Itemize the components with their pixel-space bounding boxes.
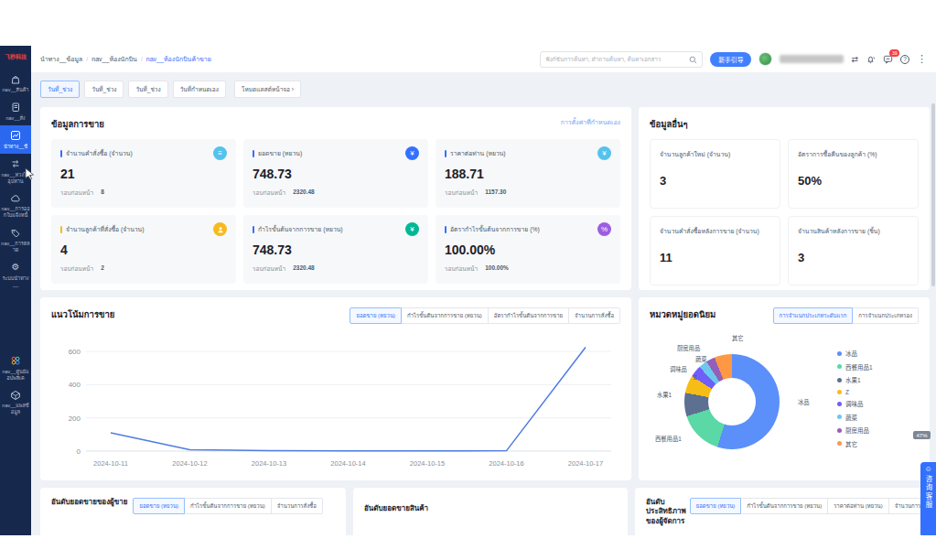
metric-card-sales-amount: ยอดขาย (หยวน)¥ 748.73 รอบก่อนหน้า2320.48 <box>243 139 428 208</box>
label-accent-bar <box>60 226 62 233</box>
metric-label: จำนวนสินค้าหลังการขาย (ชิ้น) <box>798 226 909 236</box>
metric-value: 188.71 <box>445 167 611 181</box>
sidebar-item-products[interactable]: nav__สินค้า <box>0 69 31 97</box>
sidebar-item-system[interactable]: ⚙ ระบบนำทาง__ <box>0 257 31 292</box>
trend-metric-order-count-button[interactable]: จำนวนการสั่งซื้อ <box>569 307 620 324</box>
tab-date-range-2[interactable]: วันที่_ช่วง <box>84 81 124 98</box>
legend-item[interactable]: 冰品 <box>837 349 873 358</box>
person-icon <box>213 222 227 236</box>
seller-sales-button[interactable]: ยอดขาย (หยวน) <box>133 498 185 514</box>
manager-gross-profit-button[interactable]: กำไรขั้นต้นจากการขาย (หยวน) <box>741 498 828 514</box>
tab-date-range-3[interactable]: วันที่_ช่วง <box>128 81 167 98</box>
x-tick-label: 2024-10-14 <box>330 459 365 468</box>
category-primary-button[interactable]: การจำแนกประเภทระดับแรก <box>773 307 854 324</box>
legend-item[interactable]: 厨房用品 <box>837 425 873 435</box>
username-redacted <box>780 55 844 63</box>
sidebar-item-orders[interactable]: nav__สั่ง <box>0 97 31 125</box>
search-box[interactable] <box>540 51 703 68</box>
message-count-badge: 39 <box>889 49 899 57</box>
legend-dot <box>837 378 842 382</box>
manager-price-per-person-button[interactable]: ราคาต่อท่าน (หยวน) <box>828 498 889 514</box>
metric-value: 748.73 <box>253 242 419 257</box>
app-window: 飞秒科技 nav__สินค้า nav__สั่ง นำทาง__ข้ nav… <box>0 46 936 535</box>
help-icon[interactable]: ? <box>900 55 909 64</box>
legend-item[interactable]: 其它 <box>837 439 873 448</box>
brand-logo: 飞秒科技 <box>0 46 31 69</box>
manager-ranking-title: อันดับประสิทธิภาพของผู้จัดการ <box>646 498 686 526</box>
label-accent-bar <box>445 150 446 157</box>
scrollbar[interactable] <box>931 103 935 286</box>
metric-card-aftersale-orders: จำนวนคำสั่งซื้อหลังการขาย (จำนวน) 11 <box>650 216 780 285</box>
guide-button[interactable]: 新手引导 <box>710 52 751 67</box>
metric-card-new-customers: จำนวนลูกค้าใหม่ (จำนวน) 3 <box>650 139 780 209</box>
breadcrumb-separator: / <box>141 56 143 62</box>
legend-label: Z <box>845 389 849 395</box>
metric-label: อัตราการซื้อคืนของลูกค้า (%) <box>798 149 909 159</box>
previous-period-value: 2320.48 <box>293 188 315 198</box>
metric-value: 3 <box>660 174 770 188</box>
legend-dot <box>837 415 842 419</box>
avatar[interactable] <box>758 52 772 66</box>
trend-metric-gross-margin-button[interactable]: อัตรากำไรขั้นต้นจากการขาย <box>489 307 569 324</box>
screen-cast-button[interactable]: โหมดแคสต์หน้าจอ › <box>234 81 301 98</box>
sales-panel-title: ข้อมูลการขาย <box>51 117 104 131</box>
x-tick-label: 2024-10-17 <box>568 459 603 468</box>
metric-card-aftersale-items: จำนวนสินค้าหลังการขาย (ชิ้น) 3 <box>788 216 919 285</box>
notification-bell-icon[interactable] <box>866 54 876 64</box>
customer-service-button[interactable]: ☺ 咨询客服 <box>920 462 936 535</box>
breadcrumb-item[interactable]: นำทาง__ข้อมูล <box>40 54 82 64</box>
trend-metric-sales-button[interactable]: ยอดขาย (หยวน) <box>350 307 402 324</box>
legend-item[interactable]: 蔬菜 <box>837 413 873 422</box>
sidebar-item-dashboard-active[interactable]: นำทาง__ข้ <box>0 125 31 154</box>
trend-metric-gross-profit-button[interactable]: กำไรขั้นต้นจากการขาย (หยวน) <box>402 307 489 324</box>
search-input[interactable] <box>545 56 689 62</box>
x-tick-label: 2024-10-16 <box>489 459 523 468</box>
seller-order-count-button[interactable]: จำนวนการสั่งซื้อ <box>272 498 323 514</box>
metric-value: 748.73 <box>253 167 419 181</box>
header-actions: 新手引导 ⇄ 39 ? ⋮ <box>540 51 927 68</box>
switch-account-icon[interactable]: ⇄ <box>851 55 858 64</box>
metric-label: จำนวนคำสั่งซื้อหลังการขาย (จำนวน) <box>660 226 770 236</box>
legend-dot <box>837 390 842 394</box>
legend-item[interactable]: 西餐用品1 <box>837 362 873 372</box>
metric-value: 4 <box>60 242 227 257</box>
tab-date-range-1[interactable]: วันที่_ช่วง <box>40 81 80 98</box>
main-content: วันที่_ช่วง วันที่_ช่วง วันที่_ช่วง วันท… <box>31 73 936 535</box>
legend-label: 蔬菜 <box>845 413 857 422</box>
sidebar-item-data-platform[interactable]: nav__แพลข้อมูล <box>0 384 31 419</box>
previous-period-value: 2320.48 <box>293 264 315 274</box>
tab-date-custom[interactable]: วันที่กำหนดเอง <box>173 81 226 98</box>
sidebar-item-invoicing[interactable]: nav__การออกใบแจ้งหนี้ <box>0 188 31 222</box>
legend-item[interactable]: 调味品 <box>837 399 873 408</box>
sidebar-item-app-center[interactable]: nav__ศูนย์แอปพลิเค <box>0 350 31 385</box>
metric-label: ยอดขาย (หยวน) <box>258 148 402 158</box>
metric-label: อัตรากำไรขั้นต้นจากการขาย (%) <box>450 224 594 234</box>
manager-ranking-metric-switch: ยอดขาย (หยวน) กำไรขั้นต้นจากการขาย (หยวน… <box>690 498 936 514</box>
legend-item[interactable]: 水果1 <box>837 375 873 384</box>
legend-dot <box>837 402 842 406</box>
metric-label: จำนวนลูกค้าใหม่ (จำนวน) <box>660 149 770 159</box>
legend-dot <box>837 441 842 446</box>
top-header: นำทาง__ข้อมูล / nav__ห้องนักบิน / nav__ห… <box>31 46 936 73</box>
metric-value: 11 <box>660 251 770 264</box>
custom-settings-link[interactable]: การตั้งค่าที่กำหนดเอง <box>561 117 620 127</box>
sidebar-item-marketing[interactable]: nav__การตลาด <box>0 222 31 257</box>
supply-chain-icon <box>10 158 21 170</box>
seller-gross-profit-button[interactable]: กำไรขั้นต้นจากการขาย (หยวน) <box>185 498 272 514</box>
previous-period-label: รอบก่อนหน้า <box>253 264 285 274</box>
x-tick-label: 2024-10-15 <box>410 459 445 468</box>
manager-sales-button[interactable]: ยอดขาย (หยวน) <box>690 498 742 514</box>
line-chart-icon <box>10 130 21 142</box>
legend-item[interactable]: Z <box>837 389 873 395</box>
metric-value: 3 <box>798 251 909 264</box>
legend-dot <box>837 364 842 369</box>
trend-line <box>111 348 586 451</box>
breadcrumb-item[interactable]: nav__ห้องนักบิน <box>91 54 137 64</box>
sidebar-spacer <box>0 292 31 350</box>
sidebar-item-label: nav__การออกใบแจ้งหนี้ <box>1 206 30 219</box>
more-menu-icon[interactable]: ⋮ <box>917 53 927 65</box>
messages-icon[interactable]: 39 <box>883 54 893 64</box>
category-secondary-button[interactable]: การจำแนกประเภทรอง <box>853 307 919 324</box>
label-accent-bar <box>253 150 254 157</box>
gear-icon: ⚙ <box>12 262 20 274</box>
